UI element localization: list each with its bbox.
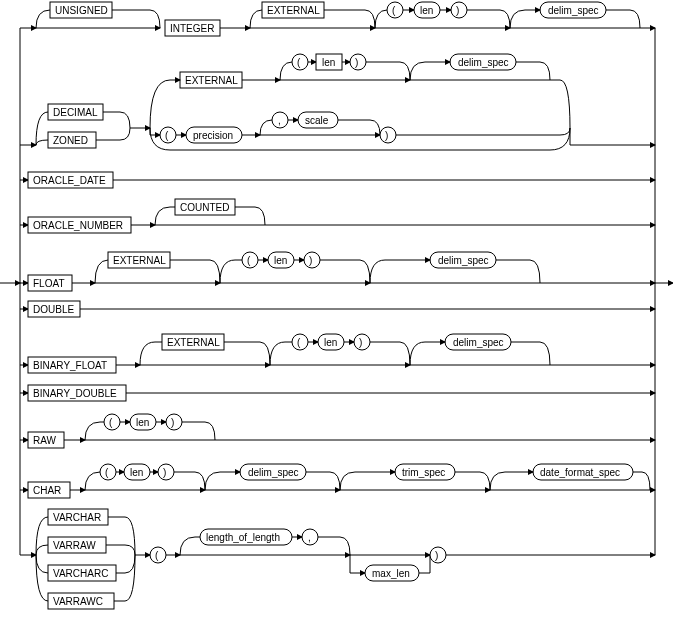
label: DOUBLE (33, 304, 74, 315)
rail (350, 555, 365, 573)
rail (36, 10, 50, 28)
rail (396, 128, 570, 135)
label: UNSIGNED (55, 5, 108, 16)
rail (366, 62, 410, 80)
label: COUNTED (180, 202, 229, 213)
label: VARRAW (53, 540, 96, 551)
rail (36, 545, 48, 555)
label: VARCHARC (53, 568, 108, 579)
rail (280, 62, 292, 80)
label: scale (305, 115, 329, 126)
rail (103, 112, 130, 128)
rail (150, 128, 160, 135)
rail (106, 545, 135, 555)
rail (496, 260, 540, 283)
label: BINARY_FLOAT (33, 360, 107, 371)
rail (490, 472, 505, 490)
label: len (322, 57, 335, 68)
label: len (420, 5, 433, 16)
label: FLOAT (33, 278, 64, 289)
label: ) (385, 130, 388, 141)
rail (570, 128, 655, 145)
label: EXTERNAL (185, 75, 238, 86)
rail (306, 472, 340, 490)
rail (318, 537, 350, 555)
rail (338, 120, 380, 135)
rail (467, 10, 510, 28)
label: len (136, 417, 149, 428)
rail (150, 80, 170, 128)
rail (410, 80, 570, 128)
rail (95, 260, 108, 283)
rail (114, 555, 135, 601)
label: ORACLE_NUMBER (33, 220, 123, 231)
rail (224, 342, 270, 365)
label: date_format_spec (540, 467, 620, 478)
rail (324, 10, 375, 28)
rail (410, 62, 425, 80)
rail (108, 517, 135, 555)
label: VARRAWC (53, 596, 103, 607)
rail (96, 128, 130, 140)
label: EXTERNAL (267, 5, 320, 16)
label: ) (435, 550, 438, 561)
label: len (130, 467, 143, 478)
rail (85, 422, 100, 440)
rail (170, 260, 220, 283)
label: delim_spec (453, 337, 504, 348)
label: delim_spec (458, 57, 509, 68)
rail (174, 472, 205, 490)
label: len (274, 255, 287, 266)
label: BINARY_DOUBLE (33, 388, 117, 399)
rail (410, 342, 425, 365)
label: delim_spec (548, 5, 599, 16)
label: precision (193, 130, 233, 141)
label: , (308, 532, 311, 543)
label: DECIMAL (53, 107, 98, 118)
rail (250, 10, 262, 28)
rail (235, 207, 265, 225)
rail (205, 472, 220, 490)
rail (270, 342, 285, 365)
rail (36, 555, 48, 601)
label: max_len (372, 568, 410, 579)
label: CHAR (33, 485, 61, 496)
label: , (278, 115, 281, 126)
label: len (324, 337, 337, 348)
label: INTEGER (170, 23, 214, 34)
label: trim_spec (402, 467, 445, 478)
label: ) (359, 337, 362, 348)
label: ) (355, 57, 358, 68)
rail (370, 342, 410, 365)
label: delim_spec (438, 255, 489, 266)
rail (419, 555, 430, 573)
label: ORACLE_DATE (33, 175, 106, 186)
rail (606, 10, 640, 28)
rail (455, 472, 490, 490)
rail (155, 207, 170, 225)
rail (112, 10, 160, 28)
rail (180, 537, 195, 555)
label: RAW (33, 435, 57, 446)
rail (320, 260, 370, 283)
rail (375, 10, 387, 28)
label: EXTERNAL (167, 337, 220, 348)
rail (36, 140, 48, 145)
label: EXTERNAL (113, 255, 166, 266)
rail (85, 472, 100, 490)
rail (36, 555, 48, 573)
rail (510, 10, 525, 28)
label: ) (171, 417, 174, 428)
rail (511, 342, 550, 365)
rail (633, 472, 650, 490)
label: ZONED (53, 135, 88, 146)
label: ) (163, 467, 166, 478)
rail (140, 342, 155, 365)
rail (182, 422, 215, 440)
rail (116, 555, 135, 573)
rail (340, 472, 355, 490)
rail (516, 62, 550, 80)
rail (260, 120, 272, 135)
label: ) (309, 255, 312, 266)
label: delim_spec (248, 467, 299, 478)
